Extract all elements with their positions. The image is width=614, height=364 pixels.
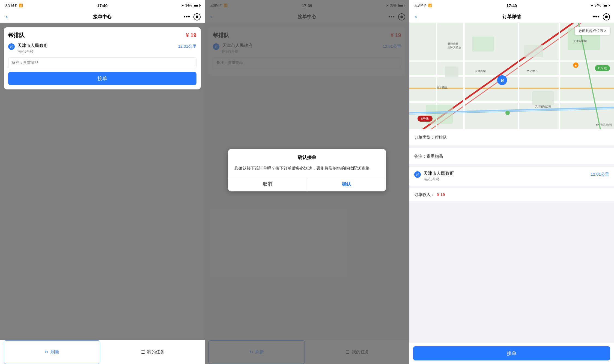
svg-text:11号线: 11号线 [598,67,607,70]
svg-rect-13 [472,37,494,52]
svg-text:◉: ◉ [575,64,577,67]
svg-text:6号线: 6号线 [421,117,429,120]
panel-2: 无SIM卡 📶 17:39 ➤ 36% ＜ 接单中心 ••• 帮排队 [205,0,409,364]
location-sub-1: 南苑5号楼 [17,49,175,54]
accept-button-1[interactable]: 接单 [8,72,196,85]
location-name-3: 天津市人民政府 [424,171,588,176]
dialog-body: 您确认接下该订单吗？接下订单后务必送达，否则将影响您的继续配送资格 [228,163,386,177]
dialog-title: 确认接单 [228,149,386,163]
income-row: 订单收入： ¥ 19 [409,188,614,201]
status-left-1: 无SIM卡 📶 [5,3,23,8]
battery-icon-1 [194,4,200,7]
income-value: ¥ 19 [437,192,445,197]
back-button-3[interactable]: ＜ [413,14,418,20]
svg-text:文化中心: 文化中心 [527,70,538,73]
svg-rect-16 [532,91,554,105]
more-icon-3[interactable]: ••• [593,14,600,20]
location-distance-1: 12.01公里 [178,44,196,49]
status-bar-1: 无SIM卡 📶 17:40 ➤ 34% [0,0,205,11]
svg-text:国际大酒店: 国际大酒店 [448,46,461,49]
status-right-1: ➤ 34% [181,4,200,7]
cancel-button[interactable]: 取消 [228,177,307,191]
nav-title-1: 接单中心 [93,14,112,20]
panel3-scroll: 6号线 11号线 起 天津万象城 天津燕园 国际大酒店 天津宾馆 文化中心 天津… [409,23,614,364]
panel-3: 无SIM卡 📶 17:40 ➤ 34% ＜ 订单详情 ••• [409,0,614,364]
location-info-3: 天津市人民政府 南苑5号楼 [424,171,588,182]
svg-rect-15 [445,67,458,77]
svg-rect-14 [524,45,543,57]
sim-label-3: 无SIM卡 [414,3,427,8]
nav-bar-1: ＜ 接单中心 ••• [0,11,205,23]
tasks-icon-1: ☰ [141,350,145,355]
detail-note-section: 备注：贵重物品 [409,148,614,164]
back-button-1[interactable]: ＜ [4,14,9,20]
nav-hint-label: 导航到起点位置 > [579,29,606,33]
main-content-1: 帮排队 ¥ 19 起 天津市人民政府 南苑5号楼 12.01公里 备注：贵重物品… [0,23,205,340]
wifi-icon-3: 📶 [428,4,432,7]
location-name-1: 天津市人民政府 [17,43,175,49]
more-icon-1[interactable]: ••• [184,14,190,20]
target-icon-1[interactable] [193,13,201,20]
time-3: 17:40 [506,3,517,8]
target-inner-1 [196,16,198,18]
map-area: 6号线 11号线 起 天津万象城 天津燕园 国际大酒店 天津宾馆 文化中心 天津… [409,23,614,129]
panel-1: 无SIM卡 📶 17:40 ➤ 34% ＜ 接单中心 ••• 帮排队 [0,0,205,364]
svg-text:天津谊城公寓: 天津谊城公寓 [535,105,551,108]
nav-right-3: ••• [593,13,610,20]
battery-pct-3: 34% [595,4,601,7]
tasks-label-1: 我的任务 [147,349,165,355]
gps-icon-1: ➤ [181,4,184,7]
chevron-left-icon-1: ＜ [4,14,9,20]
time-1: 17:40 [97,3,108,8]
refresh-label-1: 刷新 [50,349,59,355]
nav-title-3: 订单详情 [502,14,521,20]
nav-bar-3: ＜ 订单详情 ••• [409,11,614,23]
order-note-1: 备注：贵重物品 [8,57,196,68]
map-logo: 🗺 腾讯地图 [596,123,612,127]
location-distance-3: 12.01公里 [591,172,609,177]
income-label: 订单收入： [414,192,435,197]
my-tasks-button-1[interactable]: ☰ 我的任务 [105,340,201,364]
order-location-1: 起 天津市人民政府 南苑5号楼 12.01公里 [8,43,196,54]
confirm-button[interactable]: 确认 [307,177,386,191]
note-row: 备注：贵重物品 [414,152,609,160]
detail-location: 起 天津市人民政府 南苑5号楼 12.01公里 [409,167,614,186]
svg-text:天津燕园: 天津燕园 [448,42,458,45]
location-badge-3: 起 [414,171,421,178]
chevron-left-icon-3: ＜ [413,14,418,20]
sim-label-1: 无SIM卡 [5,3,17,8]
target-inner-3 [605,16,608,18]
bottom-bar-1: ↻ 刷新 ☰ 我的任务 [0,340,205,364]
dialog-backdrop: 确认接单 您确认接下该订单吗？接下订单后务必送达，否则将影响您的继续配送资格 取… [205,0,409,340]
order-type-1: 帮排队 [8,32,25,39]
battery-pct-1: 34% [185,4,192,7]
gps-icon-3: ➤ [591,4,593,7]
refresh-icon-1: ↻ [45,350,48,355]
nav-hint-button[interactable]: 导航到起点位置 > [575,27,610,35]
target-icon-3[interactable] [603,13,610,20]
order-card-header-1: 帮排队 ¥ 19 [8,32,196,39]
dialog-actions: 取消 确认 [228,177,386,191]
svg-text:宾水南里: 宾水南里 [437,86,448,89]
location-badge-1: 起 [8,43,15,50]
svg-point-35 [505,111,510,115]
svg-text:天津万象城: 天津万象城 [573,40,587,43]
wifi-icon-1: 📶 [19,4,23,7]
refresh-button-1[interactable]: ↻ 刷新 [4,340,100,364]
accept-button-3[interactable]: 接单 [413,346,610,360]
svg-text:起: 起 [500,79,504,83]
nav-right-1: ••• [184,13,201,20]
location-info-1: 天津市人民政府 南苑5号楼 [17,43,175,54]
battery-icon-3 [603,4,609,7]
order-type-row: 订单类型：帮排队 [414,134,609,141]
status-left-3: 无SIM卡 📶 [414,3,432,8]
tencent-map-icon: 🗺 [596,124,599,127]
panel3-bottom: 接单 [409,342,614,364]
status-bar-3: 无SIM卡 📶 17:40 ➤ 34% [409,0,614,11]
confirm-dialog: 确认接单 您确认接下该订单吗？接下订单后务必送达，否则将影响您的继续配送资格 取… [228,149,386,191]
order-price-1: ¥ 19 [186,32,196,38]
location-sub-3: 南苑5号楼 [424,177,588,182]
order-card-1: 帮排队 ¥ 19 起 天津市人民政府 南苑5号楼 12.01公里 备注：贵重物品… [4,27,201,89]
status-right-3: ➤ 34% [591,4,609,7]
svg-text:天津宾馆: 天津宾馆 [475,70,486,73]
